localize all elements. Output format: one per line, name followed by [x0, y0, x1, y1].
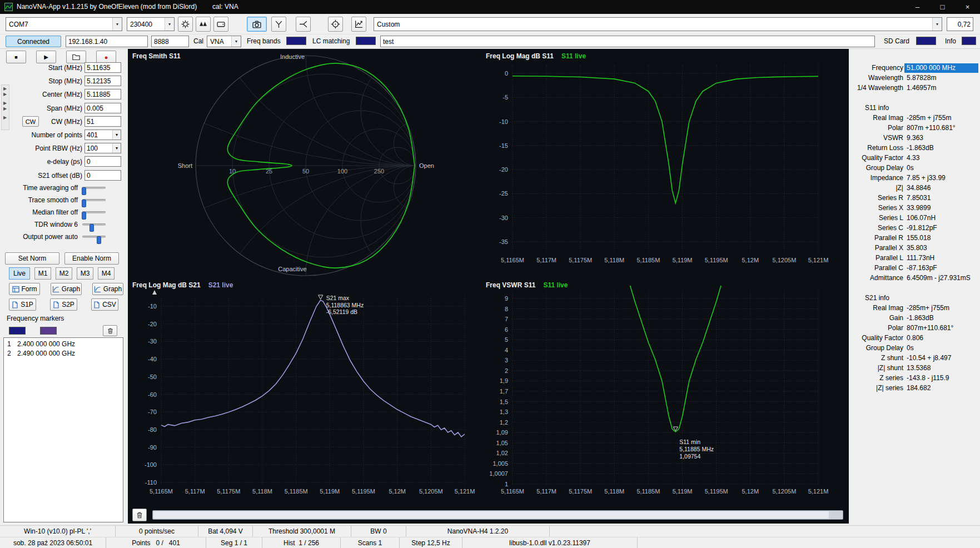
svg-text:8: 8: [505, 306, 508, 312]
marker-2-color-swatch[interactable]: [40, 327, 57, 335]
s2p-button[interactable]: S2P: [50, 298, 77, 311]
point-rbw-hz-select[interactable]: 100▾: [84, 143, 121, 153]
record-button[interactable]: ●: [96, 51, 116, 63]
calibration-target-button[interactable]: [328, 17, 343, 32]
tab-live[interactable]: Live: [9, 267, 30, 280]
output-power-slider[interactable]: [82, 236, 106, 238]
tab-m1[interactable]: M1: [34, 267, 51, 280]
select-value: 401: [85, 131, 112, 139]
split-right-button[interactable]: [296, 17, 311, 32]
chart-h-scrollbar[interactable]: [152, 510, 843, 520]
freq-bands-color-swatch[interactable]: [286, 37, 306, 45]
field-label: Point RBW (Hz): [11, 143, 82, 154]
smith-chart-panel[interactable]: 102550100250InductiveCapacitiveShortOpen…: [128, 49, 481, 278]
trace-smooth-slider[interactable]: [82, 199, 106, 201]
annotation-text: 5,118863 MHz: [326, 302, 364, 308]
chart-title: Freq Log Mag dB S11: [486, 52, 554, 60]
graph-button-1[interactable]: Graph: [51, 283, 82, 295]
marker-list-item[interactable]: 22.490 000 000 GHz: [4, 349, 123, 358]
readout-row-parallel-c: Parallel C-87.163pF: [849, 263, 980, 273]
tab-m4[interactable]: M4: [98, 267, 115, 280]
graph-button-2[interactable]: Graph: [92, 283, 123, 295]
slider-thumb[interactable]: [82, 187, 86, 195]
time-averaging-slider[interactable]: [82, 187, 106, 189]
enable-norm-button[interactable]: Enable Norm: [64, 252, 119, 265]
port-input[interactable]: [151, 36, 189, 47]
readout-label: Z shunt: [849, 353, 903, 363]
slider-thumb[interactable]: [82, 212, 86, 220]
marker-list-item[interactable]: 12.400 000 000 GHz: [4, 340, 123, 349]
tdr-window-slider[interactable]: [82, 223, 106, 226]
screenshot-button[interactable]: [247, 17, 267, 32]
info-color-swatch[interactable]: [962, 37, 976, 45]
chart-legend: S11 live: [561, 52, 586, 60]
play-button[interactable]: ▶: [36, 51, 56, 63]
median-filter-slider[interactable]: [82, 211, 106, 213]
s11-logmag-panel[interactable]: 5,1165M5,117M5,1175M5,118M5,1185M5,119M5…: [481, 49, 849, 278]
readout-frequency: Frequency51.000 000 MHz: [849, 63, 980, 73]
marker-1-color-swatch[interactable]: [9, 327, 26, 335]
readout-label: Parallel X: [849, 243, 903, 253]
e-delay-ps-input[interactable]: [84, 156, 121, 167]
tab-m2[interactable]: M2: [56, 267, 72, 280]
marker-list[interactable]: 12.400 000 000 GHz22.490 000 000 GHz: [3, 337, 123, 522]
span-mhz-input[interactable]: [84, 103, 121, 113]
slider-thumb[interactable]: [82, 200, 86, 207]
graph-mode-button[interactable]: [351, 17, 366, 32]
csv-button[interactable]: CSV: [91, 298, 118, 311]
s21-offset-db-input[interactable]: [84, 170, 121, 181]
scale-up-button[interactable]: [196, 17, 211, 32]
tab-m3[interactable]: M3: [77, 267, 93, 280]
ip-address-input[interactable]: [66, 36, 148, 47]
slider-thumb[interactable]: [89, 224, 94, 232]
s21-logmag-panel[interactable]: 5,1165M5,117M5,1175M5,118M5,1185M5,119M5…: [128, 278, 481, 507]
marker-icon: [319, 295, 323, 300]
sd-card-color-swatch[interactable]: [916, 37, 936, 45]
open-folder-button[interactable]: [66, 51, 86, 63]
settings-button[interactable]: [178, 17, 193, 32]
status-cell-threshold-30: Threshold 300,0001 M: [253, 526, 351, 537]
number-of-points-select[interactable]: 401▾: [84, 129, 121, 140]
trace-s11: [513, 76, 818, 203]
svg-text:5,1175M: 5,1175M: [217, 488, 240, 495]
slider-label: Trace smooth off: [0, 196, 78, 205]
delete-markers-button[interactable]: [103, 325, 117, 336]
center-mhz-input[interactable]: [84, 89, 121, 99]
readout-value: 106.07nH: [907, 213, 936, 223]
scale-value-input[interactable]: [947, 17, 973, 31]
display-button[interactable]: [213, 17, 228, 32]
chart-icon: [354, 19, 364, 29]
maximize-button[interactable]: □: [930, 0, 955, 14]
lc-matching-color-swatch[interactable]: [356, 37, 376, 45]
cw-button[interactable]: CW: [22, 116, 39, 127]
slider-thumb[interactable]: [97, 236, 101, 244]
clear-charts-button[interactable]: [132, 509, 147, 521]
scrollbar-thumb[interactable]: [153, 511, 829, 519]
readout-label: Parallel L: [849, 253, 903, 263]
readout-value: 1.46957m: [907, 83, 936, 93]
minimize-button[interactable]: –: [905, 0, 930, 14]
stop-mhz-input[interactable]: [84, 76, 121, 86]
s21-logmag-chart: 5,1165M5,117M5,1175M5,118M5,1185M5,119M5…: [128, 278, 481, 507]
field-label: Start (MHz): [11, 62, 82, 73]
svg-text:5,1175M: 5,1175M: [569, 488, 592, 495]
form-button-0[interactable]: Form: [9, 283, 40, 295]
cw-mhz-input[interactable]: [84, 116, 121, 127]
set-norm-button[interactable]: Set Norm: [5, 252, 59, 265]
profile-select[interactable]: Custom ▾: [374, 17, 942, 31]
svg-text:5,118M: 5,118M: [604, 488, 624, 495]
stop-button[interactable]: ■: [6, 51, 26, 63]
vswr-panel[interactable]: 5,1165M5,117M5,1175M5,118M5,1185M5,119M5…: [481, 278, 849, 507]
connected-button[interactable]: Connected: [6, 36, 61, 47]
readout-value: 6.4509m - j27.931mS: [907, 273, 971, 283]
baud-rate-select[interactable]: 230400 ▾: [127, 17, 175, 31]
split-up-button[interactable]: [271, 17, 286, 32]
s1p-button[interactable]: S1P: [9, 298, 36, 311]
start-mhz-input[interactable]: [84, 62, 121, 73]
mode-select[interactable]: VNA ▾: [207, 36, 241, 47]
note-input[interactable]: [380, 36, 875, 47]
com-port-select[interactable]: COM7 ▾: [6, 17, 122, 31]
svg-text:1,0007: 1,0007: [489, 470, 508, 477]
close-button[interactable]: ×: [955, 0, 980, 14]
chevron-down-icon: ▾: [165, 18, 174, 31]
